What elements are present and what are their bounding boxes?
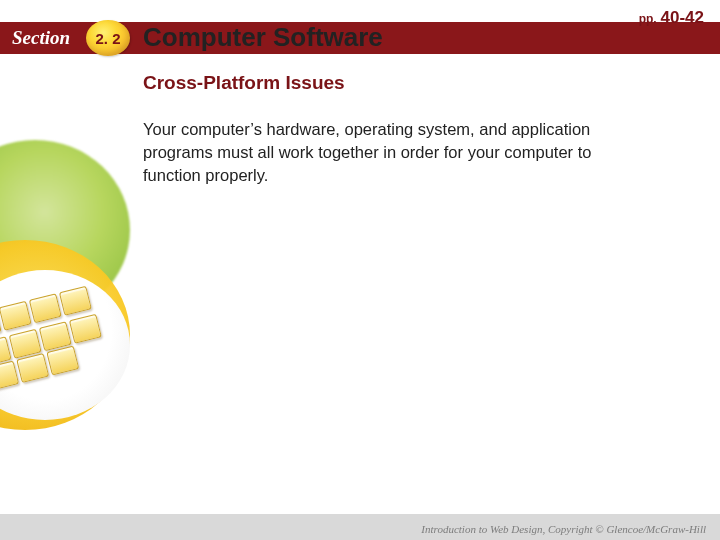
keycap-icon	[69, 314, 102, 344]
keycap-icon	[46, 345, 79, 375]
page-prefix: pp.	[639, 12, 657, 26]
body-paragraph: Your computer’s hardware, operating syst…	[143, 118, 613, 186]
decorative-sidebar-art	[0, 170, 115, 430]
keycap-icon	[0, 301, 32, 331]
footer-copyright: Introduction to Web Design, Copyright © …	[421, 523, 706, 535]
section-number-badge: 2. 2	[86, 20, 130, 56]
keycap-icon	[59, 286, 92, 316]
keycap-icon	[16, 353, 49, 383]
page-reference: pp. 40-42	[639, 8, 704, 28]
chapter-title: Computer Software	[143, 22, 383, 53]
slide-subtitle: Cross-Platform Issues	[143, 72, 345, 94]
keycap-icon	[0, 360, 19, 390]
keycap-icon	[29, 293, 62, 323]
section-label-text: Section	[12, 27, 70, 49]
section-number: 2. 2	[95, 30, 120, 47]
section-label: Section	[0, 22, 70, 54]
page-numbers: 40-42	[661, 8, 704, 27]
